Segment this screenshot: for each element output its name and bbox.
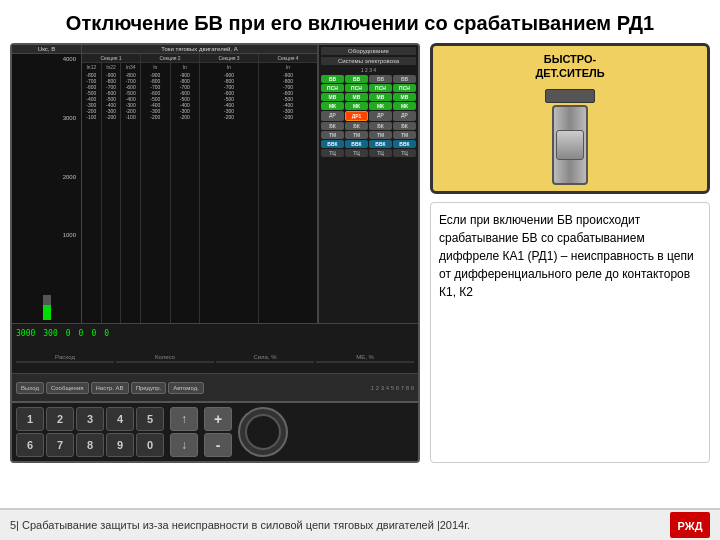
status-btn-settings[interactable]: Настр. АВ: [91, 382, 129, 394]
summary-val-3: 0: [66, 329, 71, 338]
device-psn-4[interactable]: ПСН: [393, 84, 416, 92]
device-mv-3[interactable]: МВ: [369, 93, 392, 101]
device-psn-2[interactable]: ПСН: [345, 84, 368, 92]
numpad-7[interactable]: 7: [46, 433, 74, 457]
numpad-5[interactable]: 5: [136, 407, 164, 431]
status-btn-messages[interactable]: Сообщения: [46, 382, 89, 394]
device-tm-1[interactable]: ТМ: [321, 131, 344, 139]
device-mv-2[interactable]: МВ: [345, 93, 368, 101]
explanation-panel: Если при включении БВ происходит срабаты…: [430, 202, 710, 463]
device-dr-3[interactable]: ДР: [369, 111, 392, 121]
device-vvk-4[interactable]: ВВК: [393, 140, 416, 148]
device-bv-2[interactable]: БВ: [345, 75, 368, 83]
device-mk-4[interactable]: МК: [393, 102, 416, 110]
gauge-tick: 3000: [63, 115, 78, 121]
device-mv-1[interactable]: МВ: [321, 93, 344, 101]
summary-val-6: 0: [104, 329, 109, 338]
device-bv-4[interactable]: БВ: [393, 75, 416, 83]
device-dr-1[interactable]: ДР: [321, 111, 344, 121]
device-tm-2[interactable]: ТМ: [345, 131, 368, 139]
explanation-text: Если при включении БВ происходит срабаты…: [439, 211, 701, 301]
status-btn-warnings[interactable]: Предупр.: [131, 382, 167, 394]
status-btn-exit[interactable]: Выход: [16, 382, 44, 394]
device-bk-3[interactable]: БК: [369, 122, 392, 130]
device-panel-label: Оборудование: [321, 47, 416, 55]
device-dr-4[interactable]: ДР: [393, 111, 416, 121]
numpad-4[interactable]: 4: [106, 407, 134, 431]
numpad-2[interactable]: 2: [46, 407, 74, 431]
device-bk-4[interactable]: БК: [393, 122, 416, 130]
device-vvk-1[interactable]: ВВК: [321, 140, 344, 148]
sector-val: -200: [102, 114, 121, 120]
gauge-tick: 4000: [63, 56, 78, 62]
arrow-group: ↑ ↓: [170, 407, 198, 457]
arrow-down-btn[interactable]: ↓: [170, 433, 198, 457]
switch-cylinder: [552, 105, 588, 185]
summary-val-1: 3000: [16, 329, 35, 338]
rzd-logo-icon: РЖД: [670, 512, 710, 538]
camera-button[interactable]: [238, 407, 288, 457]
footer: 5| Срабатывание защиты из-за неисправнос…: [0, 508, 720, 540]
sector-col-4: Секция 4 In -900 -800 -700 -600 -500: [259, 54, 317, 323]
device-vvk-2[interactable]: ВВК: [345, 140, 368, 148]
device-tc-2[interactable]: ТЦ: [345, 149, 368, 157]
sector-2-label: Секция 2: [141, 54, 199, 63]
readout-koleso: [116, 361, 214, 363]
gauge-tick: 1000: [63, 232, 78, 238]
device-dr1[interactable]: ДР1: [345, 111, 368, 121]
summary-val-5: 0: [91, 329, 96, 338]
numpad-8[interactable]: 8: [76, 433, 104, 457]
summary-val-2: 300: [43, 329, 57, 338]
device-psn-3[interactable]: ПСН: [369, 84, 392, 92]
sectors-area: Токи тяговых двигателей, А Секция 1 In12…: [82, 45, 318, 323]
sector-4-label: Секция 4: [259, 54, 317, 63]
readout-me: [316, 361, 414, 363]
arrow-up-btn[interactable]: ↑: [170, 407, 198, 431]
numpad-grid: 1 2 3 4 5 6 7 8 9 0: [16, 407, 164, 457]
device-vvk-3[interactable]: ВВК: [369, 140, 392, 148]
sector-col-1: Секция 1 In12 -800 -700 -600 -500 -400: [82, 54, 141, 323]
simulator-panel: Uкс, В 4000 3000 2000 1000 Токи тяговых …: [10, 43, 420, 463]
device-tc-4[interactable]: ТЦ: [393, 149, 416, 157]
readout-sila: [216, 361, 314, 363]
sectors-header: Токи тяговых двигателей, А: [82, 45, 317, 54]
device-mk-1[interactable]: МК: [321, 102, 344, 110]
summary-row: 3000 300 0 0 0 0: [12, 323, 418, 343]
readout-panels: Расход Колесо Сила, % МЕ, %: [12, 343, 418, 373]
sector-col-3: Секция 3 In -900 -800 -700 -600 -500: [200, 54, 259, 323]
device-bk-2[interactable]: БК: [345, 122, 368, 130]
sector-val: -100: [82, 114, 101, 120]
numpad-0[interactable]: 0: [136, 433, 164, 457]
numpad: 1 2 3 4 5 6 7 8 9 0 ↑ ↓ + -: [12, 401, 418, 461]
plus-btn[interactable]: +: [204, 407, 232, 431]
device-bv-1[interactable]: БВ: [321, 75, 344, 83]
gauge-tick: 2000: [63, 174, 78, 180]
right-panel: БЫСТРО-ДЕТ.СИТЕЛЬ Если при включении БВ …: [430, 43, 710, 463]
switch-body: [545, 89, 595, 185]
camera-lens: [245, 414, 281, 450]
numpad-9[interactable]: 9: [106, 433, 134, 457]
device-tc-3[interactable]: ТЦ: [369, 149, 392, 157]
numpad-3[interactable]: 3: [76, 407, 104, 431]
minus-btn[interactable]: -: [204, 433, 232, 457]
switch-title: БЫСТРО-ДЕТ.СИТЕЛЬ: [535, 52, 604, 81]
main-content: Uкс, В 4000 3000 2000 1000 Токи тяговых …: [0, 43, 720, 463]
device-bk-1[interactable]: БК: [321, 122, 344, 130]
device-psn-1[interactable]: ПСН: [321, 84, 344, 92]
numpad-6[interactable]: 6: [16, 433, 44, 457]
summary-val-4: 0: [79, 329, 84, 338]
device-bv-3[interactable]: БВ: [369, 75, 392, 83]
numpad-1[interactable]: 1: [16, 407, 44, 431]
device-tc-1[interactable]: ТЦ: [321, 149, 344, 157]
switch-knob: [556, 130, 584, 160]
device-mk-3[interactable]: МК: [369, 102, 392, 110]
status-btn-auto[interactable]: Автомод.: [168, 382, 204, 394]
device-tm-4[interactable]: ТМ: [393, 131, 416, 139]
device-mv-4[interactable]: МВ: [393, 93, 416, 101]
footer-logo: РЖД: [670, 512, 710, 538]
footer-text: 5| Срабатывание защиты из-за неисправнос…: [10, 519, 470, 531]
device-grid: БВ БВ БВ БВ ПСН ПСН ПСН ПСН МВ МВ МВ МВ …: [321, 75, 416, 157]
device-tm-3[interactable]: ТМ: [369, 131, 392, 139]
device-mk-2[interactable]: МК: [345, 102, 368, 110]
device-panel: Оборудование Системы электровоза 1 2 3 4…: [318, 45, 418, 323]
